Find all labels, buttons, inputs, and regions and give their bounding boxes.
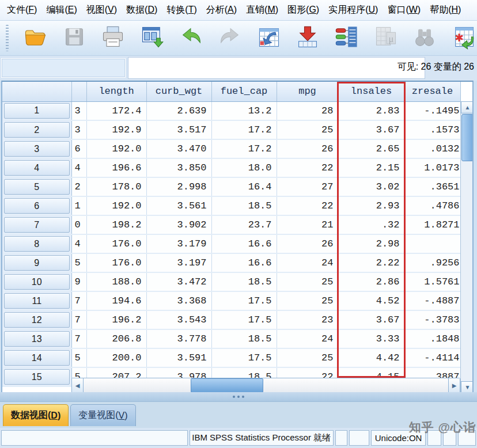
scroll-down-button[interactable]: ▼: [461, 381, 474, 392]
menu-item-u[interactable]: 实用程序(U): [324, 2, 383, 18]
cell-mpg[interactable]: 27: [277, 177, 338, 196]
column-header-fuel_cap[interactable]: fuel_cap: [211, 82, 277, 101]
cell-mpg[interactable]: 25: [277, 272, 338, 291]
row-number-button[interactable]: 4: [4, 160, 70, 176]
vertical-scroll-thumb[interactable]: [461, 114, 474, 161]
row-number-button[interactable]: 15: [4, 369, 70, 385]
menu-item-h[interactable]: 帮助(H): [425, 2, 465, 18]
cell-v_partial[interactable]: 7: [71, 291, 86, 310]
cell-curb_wgt[interactable]: 3.517: [146, 120, 211, 139]
cell-length[interactable]: 176.0: [86, 234, 146, 253]
cell-length[interactable]: 176.0: [86, 253, 146, 272]
open-data-button[interactable]: [22, 24, 49, 52]
cell-zresale[interactable]: 1.8271: [404, 215, 460, 234]
menu-item-e[interactable]: 编辑(E): [41, 2, 81, 18]
menu-item-m[interactable]: 直销(M): [241, 2, 283, 18]
cell-fuel_cap[interactable]: 17.2: [211, 139, 277, 158]
cell-lnsales[interactable]: 2.83: [338, 101, 404, 120]
menu-item-t[interactable]: 转换(T): [162, 2, 201, 18]
cell-curb_wgt[interactable]: 3.472: [146, 272, 211, 291]
cell-length[interactable]: 196.6: [86, 158, 146, 177]
cell-lnsales[interactable]: 2.93: [338, 196, 404, 215]
cell-zresale[interactable]: -.4114: [404, 348, 460, 367]
cell-v_partial[interactable]: 2: [71, 177, 86, 196]
cell-fuel_cap[interactable]: 17.5: [211, 348, 277, 367]
cell-fuel_cap[interactable]: 17.5: [211, 310, 277, 329]
cell-fuel_cap[interactable]: 13.2: [211, 101, 277, 120]
cell-length[interactable]: 172.4: [86, 101, 146, 120]
cell-length[interactable]: 196.2: [86, 310, 146, 329]
cell-lnsales[interactable]: 4.42: [338, 348, 404, 367]
cell-mpg[interactable]: 24: [277, 253, 338, 272]
cell-v_partial[interactable]: 7: [71, 310, 86, 329]
cell-fuel_cap[interactable]: 16.6: [211, 234, 277, 253]
cell-length[interactable]: 188.0: [86, 272, 146, 291]
cell-curb_wgt[interactable]: 3.197: [146, 253, 211, 272]
cell-curb_wgt[interactable]: 3.850: [146, 158, 211, 177]
menu-item-v[interactable]: 视图(V): [82, 2, 122, 18]
row-number-button[interactable]: 8: [4, 236, 70, 252]
menu-item-f[interactable]: 文件(F): [2, 2, 41, 18]
cell-zresale[interactable]: .0132: [404, 139, 460, 158]
cell-mpg[interactable]: 23: [277, 310, 338, 329]
menu-item-a[interactable]: 分析(A): [202, 2, 241, 18]
row-number-button[interactable]: 5: [4, 179, 70, 195]
column-header-zresale[interactable]: zresale: [404, 82, 460, 101]
cell-zresale[interactable]: [404, 234, 460, 253]
cell-length[interactable]: 206.8: [86, 329, 146, 348]
variables-button[interactable]: [334, 24, 361, 52]
vertical-scrollbar[interactable]: ▲ ▼: [460, 101, 474, 392]
cell-lnsales[interactable]: 3.67: [338, 310, 404, 329]
cell-v_partial[interactable]: 6: [71, 139, 86, 158]
cell-zresale[interactable]: .9256: [404, 253, 460, 272]
scroll-left-button[interactable]: ◀: [72, 378, 84, 392]
row-number-button[interactable]: 2: [4, 122, 70, 138]
cell-v_partial[interactable]: 3: [71, 101, 86, 120]
goto-variable-button[interactable]: [294, 24, 321, 52]
row-number-button[interactable]: 6: [4, 198, 70, 214]
menu-item-w[interactable]: 窗口(W): [383, 2, 425, 18]
goto-case-button[interactable]: [255, 24, 282, 52]
corner-header-cell[interactable]: [2, 82, 71, 101]
row-number-button[interactable]: 14: [4, 350, 70, 366]
print-button[interactable]: [100, 24, 127, 52]
cell-lnsales[interactable]: 2.65: [338, 139, 404, 158]
cell-lnsales[interactable]: 2.86: [338, 272, 404, 291]
cell-mpg[interactable]: 25: [277, 291, 338, 310]
cell-lnsales[interactable]: 2.15: [338, 158, 404, 177]
cell-mpg[interactable]: 21: [277, 215, 338, 234]
cell-length[interactable]: 192.9: [86, 120, 146, 139]
cell-fuel_cap[interactable]: 18.5: [211, 329, 277, 348]
cell-lnsales[interactable]: 2.22: [338, 253, 404, 272]
recall-dialogs-button[interactable]: [139, 24, 166, 52]
cell-mpg[interactable]: 26: [277, 234, 338, 253]
cell-curb_wgt[interactable]: 2.639: [146, 101, 211, 120]
row-number-button[interactable]: 7: [4, 217, 70, 233]
cell-curb_wgt[interactable]: 3.902: [146, 215, 211, 234]
row-number-button[interactable]: 1: [4, 103, 70, 119]
cell-zresale[interactable]: -.3783: [404, 310, 460, 329]
cell-zresale[interactable]: .1573: [404, 120, 460, 139]
column-header-length[interactable]: length: [86, 82, 146, 101]
row-number-button[interactable]: 11: [4, 293, 70, 309]
cell-mpg[interactable]: 24: [277, 329, 338, 348]
column-header-lnsales[interactable]: lnsales: [338, 82, 404, 101]
cell-mpg[interactable]: 25: [277, 348, 338, 367]
cell-zresale[interactable]: -.1495: [404, 101, 460, 120]
cell-v_partial[interactable]: 3: [71, 120, 86, 139]
tab-variable-view[interactable]: 变量视图(V): [70, 404, 135, 426]
row-number-button[interactable]: 10: [4, 274, 70, 290]
cell-mpg[interactable]: 22: [277, 158, 338, 177]
horizontal-scroll-track[interactable]: [84, 378, 448, 392]
column-header-v_partial[interactable]: [71, 82, 86, 101]
cell-mpg[interactable]: 28: [277, 101, 338, 120]
row-number-button[interactable]: 3: [4, 141, 70, 157]
cell-v_partial[interactable]: 5: [71, 253, 86, 272]
insert-cases-button[interactable]: ✱: [450, 24, 477, 52]
cell-length[interactable]: 198.2: [86, 215, 146, 234]
cell-v_partial[interactable]: 4: [71, 158, 86, 177]
cell-zresale[interactable]: .3651: [404, 177, 460, 196]
cell-mpg[interactable]: 25: [277, 120, 338, 139]
cell-lnsales[interactable]: 4.52: [338, 291, 404, 310]
cell-curb_wgt[interactable]: 3.591: [146, 348, 211, 367]
